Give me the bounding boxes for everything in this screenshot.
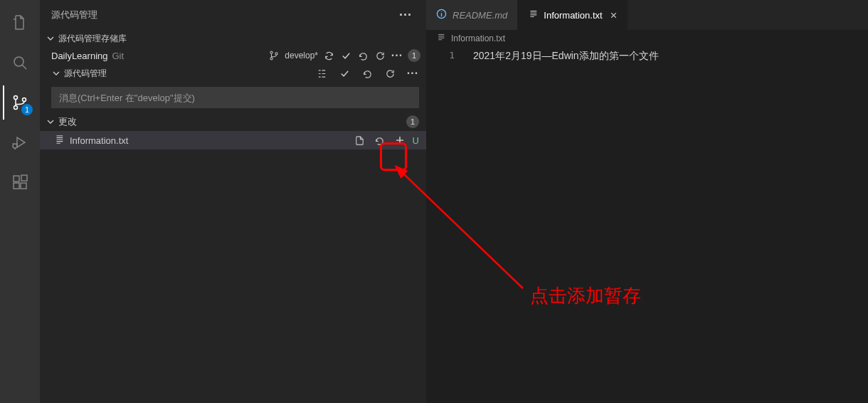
undo-icon[interactable] [356, 48, 369, 63]
text-file-icon [436, 33, 445, 44]
svg-point-1 [14, 96, 18, 100]
file-icon [54, 135, 64, 147]
svg-point-0 [14, 57, 23, 66]
sidebar-header: 源代码管理 ··· [40, 0, 426, 30]
repo-name: DailyLearning [51, 51, 108, 61]
tabs-row: README.md Information.txt [426, 0, 868, 30]
svg-rect-8 [21, 175, 27, 181]
line-gutter: 1 [426, 47, 466, 403]
chevron-down-icon [46, 117, 55, 126]
branch-icon[interactable] [268, 48, 280, 63]
changed-file-name: Information.txt [70, 135, 128, 146]
svg-rect-7 [21, 183, 26, 189]
scm-more-icon[interactable]: ··· [405, 66, 420, 81]
repo-type: Git [112, 51, 125, 61]
scm-badge: 1 [21, 104, 33, 115]
breadcrumb-file: Information.txt [451, 33, 505, 43]
editor-body[interactable]: 1 2021年2月19日—Edwin添加的第一个文件 [426, 47, 868, 403]
svg-rect-6 [14, 183, 19, 189]
tab-info-label: Information.txt [544, 10, 602, 21]
scm-undo-icon[interactable] [359, 66, 375, 81]
changed-file-row[interactable]: Information.txt U [40, 131, 426, 150]
line-number: 1 [426, 50, 455, 61]
text-file-icon [528, 9, 538, 21]
code-content[interactable]: 2021年2月19日—Edwin添加的第一个文件 [466, 47, 659, 403]
chevron-down-icon [46, 34, 55, 43]
stage-plus-icon[interactable] [393, 132, 407, 148]
extensions-icon[interactable] [3, 165, 37, 199]
repo-section-title: 源代码管理存储库 [58, 33, 127, 45]
repo-row[interactable]: DailyLearning Git develop* ··· 1 [40, 47, 426, 64]
scm-refresh-icon[interactable] [382, 66, 398, 81]
chevron-down-icon [51, 69, 61, 78]
tab-information[interactable]: Information.txt [518, 0, 627, 30]
scm-section-title: 源代码管理 [64, 68, 107, 80]
scm-section-header[interactable]: 源代码管理 ··· [40, 64, 426, 83]
breadcrumb[interactable]: Information.txt [426, 30, 868, 47]
changes-header[interactable]: 更改 1 [40, 112, 426, 131]
check-icon[interactable] [339, 48, 352, 63]
annotation-text: 点击添加暂存 [530, 283, 641, 308]
editor-area: README.md Information.txt Information.tx… [426, 0, 868, 403]
debug-icon[interactable] [3, 125, 37, 159]
scm-sidebar: 源代码管理 ··· 源代码管理存储库 DailyLearning Git dev… [40, 0, 426, 403]
open-file-icon[interactable] [353, 132, 367, 148]
tab-readme-label: README.md [452, 10, 507, 21]
svg-rect-5 [14, 176, 19, 182]
sync-icon[interactable] [322, 48, 335, 63]
repo-more-icon[interactable]: ··· [391, 48, 403, 63]
svg-point-3 [23, 98, 26, 102]
search-icon[interactable] [3, 46, 37, 80]
commit-check-icon[interactable] [337, 66, 352, 81]
close-icon[interactable] [608, 11, 620, 20]
sidebar-title: 源代码管理 [51, 9, 97, 21]
svg-point-10 [270, 58, 272, 60]
tab-readme[interactable]: README.md [426, 0, 518, 30]
svg-point-11 [275, 53, 277, 55]
info-icon [436, 9, 447, 21]
branch-name: develop* [285, 51, 318, 61]
commit-message-input[interactable] [51, 87, 419, 108]
discard-icon[interactable] [373, 132, 387, 148]
file-status: U [413, 135, 419, 146]
svg-point-9 [270, 51, 272, 53]
code-line: 2021年2月19日—Edwin添加的第一个文件 [473, 50, 659, 63]
changes-title: 更改 [58, 115, 77, 128]
repo-count-badge: 1 [408, 49, 420, 62]
repo-section-header[interactable]: 源代码管理存储库 [40, 30, 426, 47]
sidebar-more-icon[interactable]: ··· [395, 11, 416, 19]
refresh-icon[interactable] [374, 48, 386, 63]
svg-point-2 [14, 106, 18, 110]
activity-bar: 1 [0, 0, 40, 403]
tree-view-icon[interactable] [314, 66, 329, 81]
source-control-icon[interactable]: 1 [3, 85, 37, 120]
explorer-icon[interactable] [3, 6, 37, 40]
changes-count-badge: 1 [406, 115, 419, 128]
